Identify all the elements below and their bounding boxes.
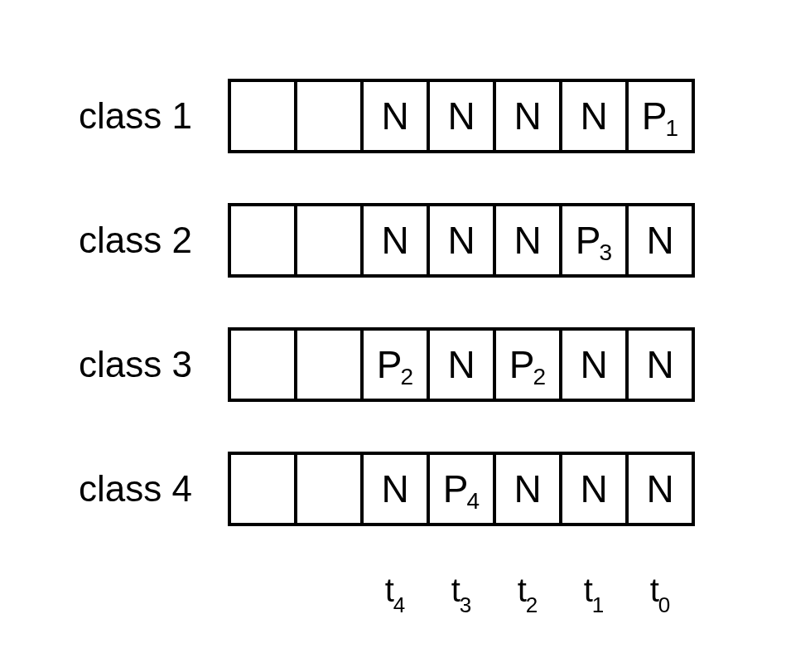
time-label: t1 xyxy=(559,572,629,615)
cell-strip: P2NP2NN xyxy=(228,327,695,402)
cell-value: P2 xyxy=(377,346,413,384)
cell-value: N xyxy=(514,470,541,508)
cell-value: N xyxy=(447,221,475,259)
cell: P2 xyxy=(493,327,562,402)
class-row: class 1NNNNP1 xyxy=(0,79,786,153)
row-label: class 1 xyxy=(79,95,192,137)
cell-value: P2 xyxy=(509,346,546,384)
cell: N xyxy=(625,327,695,402)
cell xyxy=(294,327,364,402)
class-row: class 3P2NP2NN xyxy=(0,327,786,402)
cell xyxy=(228,203,297,278)
cell xyxy=(228,452,297,526)
cell-value: N xyxy=(381,97,408,135)
time-label: t0 xyxy=(625,572,695,615)
cell-value: N xyxy=(646,346,673,384)
cell-value: N xyxy=(580,346,607,384)
cell: N xyxy=(427,327,496,402)
cell: N xyxy=(559,79,629,153)
cell xyxy=(228,79,297,153)
cell: N xyxy=(625,203,695,278)
cell: P1 xyxy=(625,79,695,153)
cell: N xyxy=(559,452,629,526)
cell-value: N xyxy=(447,346,475,384)
time-label-row: t4t3t2t1t0 xyxy=(228,572,695,615)
cell-strip: NNNNP1 xyxy=(228,79,695,153)
row-label: class 2 xyxy=(79,220,192,261)
cell xyxy=(228,327,297,402)
cell xyxy=(294,79,364,153)
cell: N xyxy=(625,452,695,526)
cell-value: N xyxy=(514,97,541,135)
cell-value: N xyxy=(646,470,673,508)
cell-value: N xyxy=(381,470,408,508)
class-row: class 2NNNP3N xyxy=(0,203,786,278)
row-label: class 4 xyxy=(79,468,192,510)
cell xyxy=(294,452,364,526)
cell: N xyxy=(493,79,562,153)
cell-value: N xyxy=(447,97,475,135)
cell: N xyxy=(360,203,430,278)
cell: N xyxy=(360,79,430,153)
cell-value: N xyxy=(381,221,408,259)
cell: N xyxy=(493,203,562,278)
cell: N xyxy=(360,452,430,526)
cell: N xyxy=(493,452,562,526)
cell-strip: NNNP3N xyxy=(228,203,695,278)
cell-value: N xyxy=(514,221,541,259)
class-row: class 4NP4NNN xyxy=(0,452,786,526)
cell: P3 xyxy=(559,203,629,278)
cell: N xyxy=(559,327,629,402)
cell: N xyxy=(427,79,496,153)
time-label: t4 xyxy=(360,572,430,615)
cell-value: P1 xyxy=(642,97,678,135)
time-label xyxy=(294,572,364,615)
cell-value: N xyxy=(580,97,607,135)
cell: P2 xyxy=(360,327,430,402)
cell: N xyxy=(427,203,496,278)
cell-value: N xyxy=(580,470,607,508)
time-label: t2 xyxy=(493,572,562,615)
cell-value: P4 xyxy=(443,470,480,508)
cell-value: N xyxy=(646,221,673,259)
cell-strip: NP4NNN xyxy=(228,452,695,526)
row-label: class 3 xyxy=(79,344,192,385)
time-label: t3 xyxy=(427,572,496,615)
cell xyxy=(294,203,364,278)
cell-value: P3 xyxy=(576,221,612,259)
cell: P4 xyxy=(427,452,496,526)
time-label xyxy=(228,572,297,615)
